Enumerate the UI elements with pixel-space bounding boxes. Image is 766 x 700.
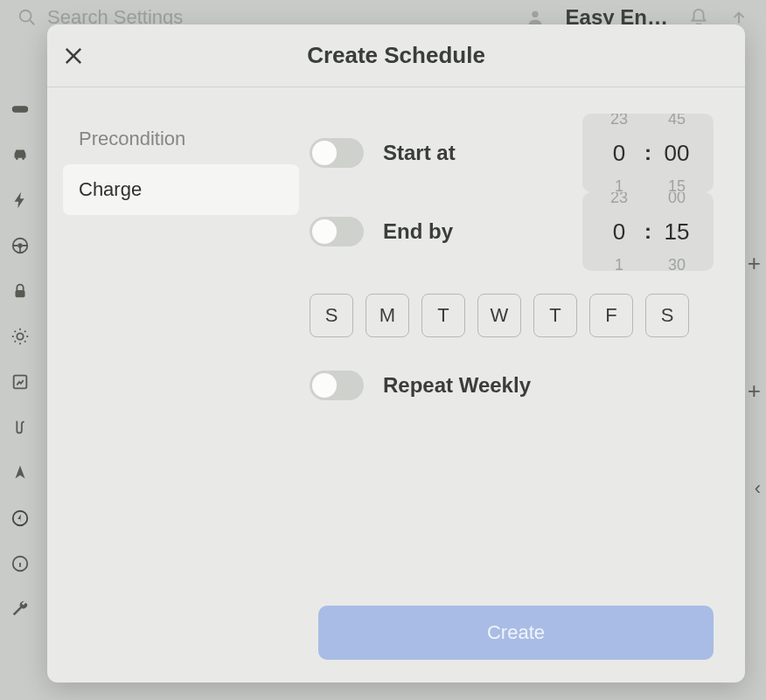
end-minute-picker[interactable]: 00 15 30 xyxy=(655,192,699,271)
svg-point-5 xyxy=(22,157,24,160)
end-minute-value: 15 xyxy=(655,218,699,246)
end-by-toggle[interactable] xyxy=(310,217,364,246)
end-by-time-picker[interactable]: 23 0 1 : 00 15 30 xyxy=(582,192,714,271)
day-sunday[interactable]: S xyxy=(310,294,353,337)
repeat-weekly-row: Repeat Weekly xyxy=(310,371,714,400)
end-minute-prev: 00 xyxy=(655,192,699,207)
brightness-icon[interactable] xyxy=(10,327,30,346)
start-hour-value: 0 xyxy=(597,140,641,167)
start-minute-picker[interactable]: 45 00 15 xyxy=(655,114,699,192)
toggle-icon[interactable] xyxy=(10,100,30,119)
display-icon[interactable] xyxy=(10,372,30,392)
start-minute-next: 15 xyxy=(655,177,699,192)
end-hour-picker[interactable]: 23 0 1 xyxy=(597,192,641,271)
svg-point-4 xyxy=(16,157,18,160)
modal-header: Create Schedule xyxy=(47,24,745,87)
start-at-label: Start at xyxy=(383,141,456,165)
svg-line-1 xyxy=(30,20,34,24)
background-plus-icon: + xyxy=(748,250,761,277)
end-by-label: End by xyxy=(383,219,453,244)
days-of-week-selector: S M T W T F S xyxy=(310,294,714,337)
day-friday[interactable]: F xyxy=(589,294,633,337)
svg-point-0 xyxy=(20,10,31,22)
end-hour-prev: 23 xyxy=(597,192,641,207)
lock-icon[interactable] xyxy=(10,281,30,301)
background-chevron-left-icon: ‹ xyxy=(755,477,761,500)
svg-point-2 xyxy=(532,11,538,17)
modal-footer: Create xyxy=(47,590,745,683)
bolt-icon[interactable] xyxy=(10,191,30,210)
day-tuesday[interactable]: T xyxy=(421,294,465,337)
day-monday[interactable]: M xyxy=(366,294,409,337)
schedule-form: Start at 23 0 1 : 45 00 15 xyxy=(310,114,745,590)
schedule-icon[interactable] xyxy=(10,509,30,528)
start-hour-prev: 23 xyxy=(597,114,641,128)
start-minute-value: 00 xyxy=(655,140,699,167)
start-hour-picker[interactable]: 23 0 1 xyxy=(597,114,641,192)
day-saturday[interactable]: S xyxy=(645,294,689,337)
day-wednesday[interactable]: W xyxy=(477,294,521,337)
start-at-time-picker[interactable]: 23 0 1 : 45 00 15 xyxy=(582,114,714,192)
svg-rect-8 xyxy=(16,290,25,297)
start-minute-prev: 45 xyxy=(655,114,699,128)
svg-point-7 xyxy=(18,244,22,247)
svg-rect-3 xyxy=(12,106,28,112)
schedule-type-tabs: Precondition Charge xyxy=(47,114,310,590)
car-icon[interactable] xyxy=(10,145,30,164)
info-icon[interactable] xyxy=(10,554,30,573)
tab-precondition[interactable]: Precondition xyxy=(63,114,299,164)
end-by-row: End by 23 0 1 : 00 15 30 xyxy=(310,192,714,271)
start-at-row: Start at 23 0 1 : 45 00 15 xyxy=(310,114,714,192)
end-minute-next: 30 xyxy=(655,256,699,271)
location-arrow-icon[interactable] xyxy=(10,463,30,482)
create-schedule-modal: Create Schedule Precondition Charge Star… xyxy=(47,24,745,683)
background-plus-icon: + xyxy=(748,378,761,405)
start-at-toggle[interactable] xyxy=(310,138,364,168)
repeat-weekly-label: Repeat Weekly xyxy=(383,373,531,398)
day-thursday[interactable]: T xyxy=(533,294,577,337)
end-hour-next: 1 xyxy=(597,256,641,271)
tab-charge[interactable]: Charge xyxy=(63,164,299,215)
route-icon[interactable] xyxy=(10,418,30,437)
repeat-weekly-toggle[interactable] xyxy=(310,371,364,400)
start-hour-next: 1 xyxy=(597,177,641,192)
wrench-icon[interactable] xyxy=(10,600,30,619)
modal-title: Create Schedule xyxy=(47,42,745,69)
time-separator: : xyxy=(641,219,655,244)
steering-wheel-icon[interactable] xyxy=(10,236,30,255)
time-separator: : xyxy=(641,141,655,165)
search-icon xyxy=(17,8,37,27)
create-button[interactable]: Create xyxy=(318,606,714,660)
end-hour-value: 0 xyxy=(597,218,641,246)
svg-point-9 xyxy=(17,333,23,339)
settings-sidebar xyxy=(0,87,40,700)
